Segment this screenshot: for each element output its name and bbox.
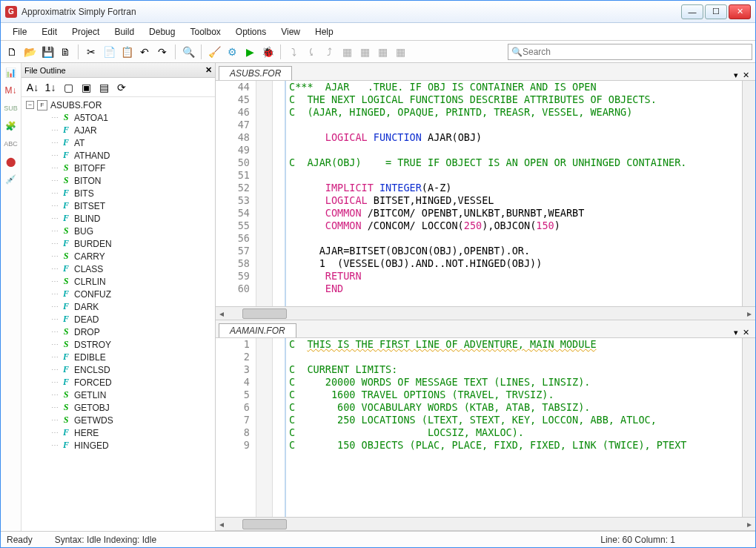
abc-icon[interactable]: ABC: [4, 137, 18, 151]
tree-item[interactable]: ⋯FAT: [21, 136, 215, 149]
tab-aamain[interactable]: AAMAIN.FOR: [219, 323, 296, 337]
fold-column[interactable]: [256, 81, 273, 306]
new-file-icon[interactable]: 🗋: [4, 44, 20, 60]
tree-item[interactable]: ⋯SGETOBJ: [21, 401, 215, 414]
expander-icon[interactable]: −: [26, 101, 34, 109]
clean-icon[interactable]: 🧹: [206, 44, 222, 60]
search-input[interactable]: [523, 47, 749, 57]
tb-icon[interactable]: ▦: [392, 44, 408, 60]
tree-item[interactable]: ⋯FHINGED: [21, 439, 215, 452]
tree-item[interactable]: ⋯SBITOFF: [21, 162, 215, 174]
tree-file-label[interactable]: ASUBS.FOR: [50, 100, 102, 110]
dropdown-icon[interactable]: ▾: [734, 70, 738, 80]
tool-icon[interactable]: ▤: [96, 79, 112, 96]
outline-tree[interactable]: −FASUBS.FOR⋯SA5TOA1⋯FAJAR⋯FAT⋯FATHAND⋯SB…: [21, 97, 215, 531]
gear-icon[interactable]: ⚙: [224, 44, 240, 60]
maximize-button[interactable]: ☐: [705, 4, 727, 19]
menu-project[interactable]: Project: [66, 25, 105, 39]
scroll-thumb[interactable]: [242, 308, 287, 319]
tree-item[interactable]: ⋯SGETLIN: [21, 389, 215, 401]
minimize-button[interactable]: —: [681, 4, 703, 19]
paste-icon[interactable]: 📋: [119, 44, 135, 60]
menu-options[interactable]: Options: [230, 25, 272, 39]
tree-item[interactable]: ⋯SCLRLIN: [21, 275, 215, 288]
scroll-left-icon[interactable]: ◂: [216, 308, 228, 319]
sort-icon[interactable]: M↓: [4, 84, 18, 97]
vertical-scrollbar[interactable]: [742, 338, 755, 517]
redo-icon[interactable]: ↷: [154, 44, 170, 60]
menu-file[interactable]: File: [7, 25, 33, 39]
save-icon[interactable]: 💾: [39, 44, 56, 60]
menu-build[interactable]: Build: [108, 25, 140, 39]
tree-item[interactable]: ⋯FATHAND: [21, 149, 215, 162]
search-icon[interactable]: 🔍: [180, 44, 196, 60]
record-icon[interactable]: ⬤: [4, 155, 18, 168]
scroll-thumb[interactable]: [242, 519, 287, 529]
copy-icon[interactable]: 📄: [101, 44, 117, 60]
code-editor-2[interactable]: 123456789 C THIS IS THE FIRST LINE OF AD…: [216, 338, 755, 517]
tool-icon[interactable]: ▢: [60, 79, 76, 96]
sort-line-icon[interactable]: 1↓: [42, 79, 59, 96]
menu-view[interactable]: View: [275, 25, 306, 39]
menu-help[interactable]: Help: [309, 25, 339, 39]
dropper-icon[interactable]: 💉: [4, 173, 18, 186]
tree-item[interactable]: ⋯FBURDEN: [21, 237, 215, 250]
fold-column[interactable]: [256, 338, 273, 517]
tree-item[interactable]: ⋯FDARK: [21, 300, 215, 313]
sort-alpha-icon[interactable]: A↓: [24, 79, 41, 96]
scroll-left-icon[interactable]: ◂: [216, 519, 228, 529]
tree-item[interactable]: ⋯FBITS: [21, 187, 215, 199]
dropdown-icon[interactable]: ▾: [734, 328, 738, 337]
undo-icon[interactable]: ↶: [136, 44, 153, 60]
tree-item[interactable]: ⋯FDEAD: [21, 313, 215, 326]
step-into-icon[interactable]: ⤹: [303, 44, 319, 60]
tree-item[interactable]: ⋯FBLIND: [21, 212, 215, 225]
tree-item[interactable]: ⋯FENCLSD: [21, 363, 215, 376]
menu-edit[interactable]: Edit: [36, 25, 63, 39]
step-over-icon[interactable]: ⤵: [285, 44, 302, 60]
tb-icon[interactable]: ▦: [357, 44, 373, 60]
code-lines[interactable]: C THIS IS THE FIRST LINE OF ADVENTURE, M…: [286, 338, 742, 517]
tree-item[interactable]: ⋯FEDIBLE: [21, 351, 215, 363]
horizontal-scrollbar-1[interactable]: ◂ ▸: [216, 306, 755, 320]
tb-icon[interactable]: ▦: [339, 44, 355, 60]
close-button[interactable]: ✕: [729, 4, 751, 19]
open-file-icon[interactable]: 📂: [21, 44, 38, 60]
tree-item[interactable]: ⋯SBUG: [21, 225, 215, 237]
panel-icon[interactable]: 📊: [4, 66, 18, 79]
puzzle-icon[interactable]: 🧩: [4, 119, 18, 133]
horizontal-scrollbar-2[interactable]: ◂ ▸: [216, 517, 755, 530]
code-editor-1[interactable]: 4445464748495051525354555657585960 C*** …: [216, 81, 755, 306]
scroll-right-icon[interactable]: ▸: [743, 308, 755, 319]
close-panel-icon[interactable]: ✕: [205, 65, 212, 75]
tree-item[interactable]: ⋯SDSTROY: [21, 338, 215, 351]
close-tab-icon[interactable]: ✕: [743, 328, 749, 337]
tree-item[interactable]: ⋯SBITON: [21, 174, 215, 187]
close-tab-icon[interactable]: ✕: [743, 70, 749, 80]
tb-icon[interactable]: ▦: [374, 44, 391, 60]
run-icon[interactable]: ▶: [242, 44, 258, 60]
scroll-right-icon[interactable]: ▸: [743, 519, 755, 529]
tree-item[interactable]: ⋯SDROP: [21, 326, 215, 338]
save-all-icon[interactable]: 🗎: [57, 44, 73, 60]
menu-toolbox[interactable]: Toolbox: [184, 25, 226, 39]
tree-item[interactable]: ⋯SGETWDS: [21, 414, 215, 426]
tree-item[interactable]: ⋯FBITSET: [21, 199, 215, 212]
tree-item[interactable]: ⋯FCLASS: [21, 263, 215, 275]
debug-icon[interactable]: 🐞: [259, 44, 276, 60]
refresh-icon[interactable]: ⟳: [113, 79, 130, 96]
tab-asubs[interactable]: ASUBS.FOR: [219, 66, 292, 80]
tool-icon[interactable]: ▣: [78, 79, 94, 96]
tree-item[interactable]: ⋯SCARRY: [21, 250, 215, 263]
tree-item[interactable]: ⋯FAJAR: [21, 124, 215, 136]
step-out-icon[interactable]: ⤴: [321, 44, 337, 60]
sub-icon[interactable]: SUB: [4, 102, 18, 115]
vertical-scrollbar[interactable]: [742, 81, 755, 306]
menu-debug[interactable]: Debug: [143, 25, 181, 39]
tree-item[interactable]: ⋯FHERE: [21, 426, 215, 439]
search-box[interactable]: 🔍: [508, 44, 752, 60]
tree-item[interactable]: ⋯SA5TOA1: [21, 111, 215, 124]
cut-icon[interactable]: ✂: [83, 44, 99, 60]
code-lines[interactable]: C*** AJAR .TRUE. IF OBJ IS CONTAINER AND…: [286, 81, 742, 306]
tree-item[interactable]: ⋯FCONFUZ: [21, 288, 215, 300]
